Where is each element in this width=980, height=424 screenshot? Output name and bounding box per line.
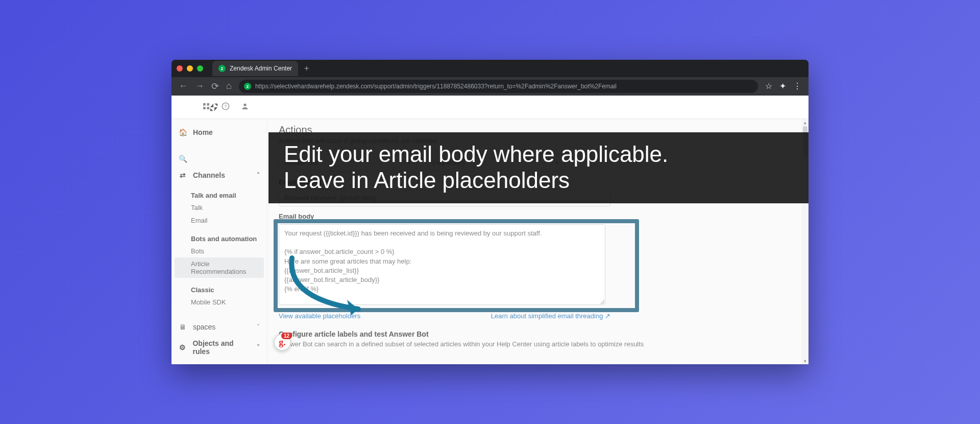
address-bar: ← → ⟳ ⌂ z https://selectivehardwarehelp.… [172, 77, 808, 96]
desktop-icon: 🖥 [179, 323, 187, 331]
maximize-window-icon[interactable] [197, 65, 203, 72]
zendesk-favicon: z [218, 65, 226, 72]
sidebar-objects-rules[interactable]: ⚙ Objects and rules ˅ [172, 335, 267, 360]
url-text: https://selectivehardwarehelp.zendesk.co… [255, 83, 617, 90]
home-icon: 🏠 [179, 128, 187, 136]
url-input[interactable]: z https://selectivehardwarehelp.zendesk.… [239, 80, 758, 93]
scroll-up-icon[interactable]: ▴ [802, 119, 808, 126]
annotation-arrow [282, 253, 379, 324]
grammarly-badge[interactable]: g. 12 [274, 334, 291, 351]
sidebar-spaces[interactable]: 🖥 spaces ˅ [172, 319, 267, 335]
forward-button[interactable]: → [195, 81, 204, 91]
site-info-icon[interactable]: z [244, 83, 251, 90]
sidebar-email[interactable]: Email [172, 214, 267, 227]
chevron-down-icon: ˅ [257, 344, 260, 351]
tab-title: Zendesk Admin Center [230, 65, 292, 72]
help-icon[interactable]: ? [222, 102, 230, 112]
sidebar-talk[interactable]: Talk [172, 201, 267, 214]
sidebar-channels-label: Channels [193, 171, 225, 179]
sidebar-bots[interactable]: Bots [172, 245, 267, 257]
tab-bar: z Zendesk Admin Center + [172, 60, 808, 77]
email-threading-link[interactable]: Learn about simplified email threading ↗ [491, 312, 610, 320]
chevron-down-icon: ˅ [257, 323, 260, 331]
zendesk-logo [208, 102, 219, 115]
sidebar-home[interactable]: 🏠 Home [172, 124, 267, 140]
channels-icon: ⇄ [179, 171, 187, 179]
close-window-icon[interactable] [177, 65, 183, 72]
reload-button[interactable]: ⟳ [211, 81, 219, 92]
sidebar-group-classic: Classic [172, 283, 267, 296]
grammarly-count: 12 [281, 333, 292, 339]
sidebar: 🏠 Home 🔍 ⇄ Channels ˄ Talk and email Tal… [172, 96, 267, 364]
sidebar-spaces-label: spaces [193, 323, 215, 331]
chevron-up-icon: ˄ [257, 172, 260, 179]
sidebar-group-talk-email: Talk and email [172, 189, 267, 201]
home-button[interactable]: ⌂ [226, 81, 232, 91]
extensions-icon[interactable]: ✦ [779, 81, 786, 91]
scroll-down-icon[interactable]: ▾ [802, 358, 808, 364]
sidebar-search[interactable]: 🔍 [172, 151, 267, 167]
configure-labels-heading: Configure article labels and test Answer… [279, 330, 797, 338]
window-controls [177, 65, 203, 72]
search-icon: 🔍 [179, 155, 187, 163]
instruction-text: Edit your email body where applicable. L… [284, 142, 808, 193]
browser-window: z Zendesk Admin Center + ← → ⟳ ⌂ z https… [172, 60, 808, 364]
minimize-window-icon[interactable] [187, 65, 193, 72]
browser-tab[interactable]: z Zendesk Admin Center [212, 61, 298, 76]
sidebar-home-label: Home [193, 128, 213, 136]
svg-point-6 [243, 103, 246, 106]
sidebar-article-recommendations[interactable]: Article Recommendations [175, 257, 264, 278]
settings-icon: ⚙ [179, 343, 186, 351]
svg-text:?: ? [225, 104, 227, 109]
app-header: ? [172, 96, 808, 119]
instruction-overlay: Edit your email body where applicable. L… [268, 132, 808, 203]
sidebar-channels[interactable]: ⇄ Channels ˄ [172, 167, 267, 183]
profile-icon[interactable] [241, 102, 249, 112]
sidebar-mobile-sdk[interactable]: Mobile SDK [172, 296, 267, 309]
bookmark-icon[interactable]: ☆ [765, 81, 772, 91]
svg-rect-2 [203, 107, 206, 109]
configure-labels-description: Answer Bot can search in a defined subse… [279, 340, 797, 348]
sidebar-objects-label: Objects and rules [192, 339, 251, 356]
sidebar-group-bots: Bots and automation [172, 232, 267, 245]
back-button[interactable]: ← [179, 81, 188, 91]
menu-icon[interactable]: ⋮ [793, 81, 801, 91]
new-tab-button[interactable]: + [304, 64, 309, 73]
svg-rect-0 [203, 103, 206, 106]
